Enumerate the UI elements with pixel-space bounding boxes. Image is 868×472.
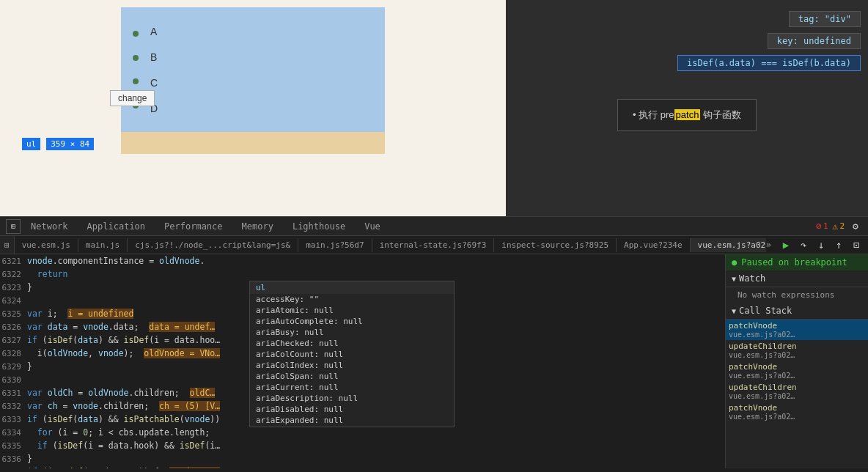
- source-tab-vueesm2[interactable]: vue.esm.js?a026 ×: [691, 238, 766, 252]
- paused-banner: ● Paused on breakpoint: [726, 254, 868, 270]
- settings-icon[interactable]: ⚙: [849, 220, 862, 233]
- tab-application[interactable]: Application: [78, 218, 154, 235]
- paused-label: Paused on breakpoint: [741, 257, 847, 268]
- line-6336: 6336 }: [0, 452, 725, 465]
- tab-lighthouse[interactable]: Lighthouse: [284, 218, 354, 235]
- debug-toolbar: ▶ ↷ ↓ ↑ ⊡: [774, 237, 868, 252]
- call-stack-header[interactable]: ▼ Call Stack: [726, 303, 868, 320]
- source-tab-inspect[interactable]: inspect-source.js?8925: [494, 238, 617, 252]
- tab-vue[interactable]: Vue: [356, 218, 389, 235]
- resume-icon[interactable]: ▶: [779, 237, 793, 252]
- autocomplete-item-6[interactable]: ariaColIndex: null: [250, 360, 454, 371]
- left-preview: A B C D ul 359 × 84 change: [0, 0, 506, 216]
- line-6322: 6322 return: [0, 268, 725, 281]
- tooltip-box: • 执行 prepatch 钩子函数: [617, 99, 757, 131]
- call-stack-fn-4: patchVnode: [729, 403, 865, 413]
- main-area: 6321 vnode.componentInstance = oldVnode.…: [0, 254, 868, 468]
- dot-2: [133, 55, 139, 61]
- source-tabs-bar: ⊞ vue.esm.js main.js cjs.js?!./node_...c…: [0, 236, 868, 254]
- key-badge: key: undefined: [768, 33, 861, 49]
- line-6335: 6335 if (isDef(i = data.hook) && isDef(i…: [0, 439, 725, 452]
- autocomplete-item-1[interactable]: ariaAtomic: null: [250, 305, 454, 316]
- call-stack-file-1: vue.esm.js?a02…: [729, 351, 865, 359]
- code-panel: 6321 vnode.componentInstance = oldVnode.…: [0, 254, 725, 468]
- autocomplete-item-10[interactable]: ariaDisabled: null: [250, 404, 454, 415]
- devtools-toolbar: ⊞ Network Application Performance Memory…: [0, 216, 868, 236]
- call-stack-item-2[interactable]: patchVnode vue.esm.js?a02…: [726, 361, 868, 381]
- tab-performance[interactable]: Performance: [155, 218, 231, 235]
- call-stack-fn-3: updateChildren: [729, 383, 865, 392]
- error-icon: ⊘: [816, 221, 822, 232]
- line-6334: 6334 for (i = 0; i < cbs.update.length;: [0, 426, 725, 439]
- call-stack-item-1[interactable]: updateChildren vue.esm.js?a02…: [726, 340, 868, 361]
- source-tab-main56[interactable]: main.js?56d7: [298, 238, 372, 252]
- tab-memory[interactable]: Memory: [233, 218, 282, 235]
- autocomplete-item-11[interactable]: ariaExpanded: null: [250, 415, 454, 426]
- letter-c: C: [150, 77, 158, 89]
- right-panel: tag: "div" key: undefined isDef(a.data) …: [506, 0, 868, 216]
- call-stack-fn-0: patchVnode: [729, 321, 865, 331]
- element-tag: ul: [22, 138, 40, 150]
- autocomplete-header: ul: [250, 281, 454, 294]
- preview-footer: [121, 132, 385, 154]
- letters-column: A B C D: [150, 7, 158, 132]
- preview-box: A B C D: [121, 7, 385, 154]
- change-button[interactable]: change: [110, 90, 155, 106]
- autocomplete-item-4[interactable]: ariaChecked: null: [250, 338, 454, 349]
- prepatch-highlight: patch: [674, 109, 701, 120]
- error-count: 1: [823, 221, 828, 231]
- watch-header[interactable]: ▼ Watch: [726, 270, 868, 287]
- autocomplete-item-12[interactable]: ariaHasPopup: null: [250, 426, 454, 427]
- tooltip-pre: • 执行 pre: [633, 109, 674, 120]
- call-stack-fn-1: updateChildren: [729, 342, 865, 351]
- step-out-icon[interactable]: ↑: [831, 237, 846, 252]
- preview-area: A B C D ul 359 × 84 change tag: "div" ke…: [0, 0, 868, 216]
- call-stack-fn-2: patchVnode: [729, 362, 865, 372]
- code-lines: 6321 vnode.componentInstance = oldVnode.…: [0, 254, 725, 468]
- autocomplete-item-0[interactable]: accessKey: "": [250, 294, 454, 305]
- tooltip-post: 钩子函数: [700, 109, 741, 120]
- source-tab-cjs[interactable]: cjs.js?!./node_...cript&lang=js&: [128, 238, 298, 252]
- breadcrumb-icon[interactable]: ⊞: [6, 219, 21, 234]
- letter-b: B: [150, 51, 158, 63]
- autocomplete-item-9[interactable]: ariaDescription: null: [250, 393, 454, 404]
- call-stack-item-4[interactable]: patchVnode vue.esm.js?a02…: [726, 402, 868, 422]
- element-size: 359 × 84: [46, 138, 94, 150]
- line-6337: 6337 if (isUndef(vnode.text)) { vnode = …: [0, 465, 725, 468]
- source-tab-internal[interactable]: internal-state.js?69f3: [372, 238, 495, 252]
- autocomplete-item-3[interactable]: ariaBusy: null: [250, 327, 454, 338]
- source-tab-main[interactable]: main.js: [78, 238, 128, 252]
- call-stack-label: Call Stack: [739, 306, 792, 316]
- sidebar-toggle[interactable]: ⊞: [0, 236, 15, 254]
- letter-a: A: [150, 26, 158, 37]
- dot-3: [133, 78, 139, 84]
- source-tab-app[interactable]: App.vue?234e: [617, 238, 690, 252]
- autocomplete-item-5[interactable]: ariaColCount: null: [250, 349, 454, 360]
- line-6321: 6321 vnode.componentInstance = oldVnode.: [0, 254, 725, 268]
- call-stack-item-0[interactable]: patchVnode vue.esm.js?a02…: [726, 320, 868, 340]
- code-badge: isDef(a.data) === isDef(b.data): [677, 55, 861, 71]
- source-tab-vueesm[interactable]: vue.esm.js: [15, 238, 78, 252]
- no-watch-label: No watch expressions: [738, 290, 834, 300]
- deactivate-breakpoints-icon[interactable]: ⊡: [849, 237, 864, 252]
- call-stack-file-2: vue.esm.js?a02…: [729, 372, 865, 380]
- paused-dot: ●: [732, 257, 737, 268]
- tab-network[interactable]: Network: [22, 218, 77, 235]
- more-tabs-btn[interactable]: »: [766, 240, 771, 250]
- tag-badge: tag: "div": [789, 11, 861, 27]
- toolbar-right: ⊘ 1 ⚠ 2 ⚙: [816, 220, 862, 233]
- call-stack-file-4: vue.esm.js?a02…: [729, 413, 865, 421]
- call-stack-file-0: vue.esm.js?a02…: [729, 331, 865, 339]
- autocomplete-item-7[interactable]: ariaColSpan: null: [250, 371, 454, 382]
- watch-label: Watch: [739, 273, 765, 284]
- autocomplete-dropdown[interactable]: ul accessKey: "" ariaAtomic: null ariaAu…: [249, 281, 455, 427]
- right-side-panel: ● Paused on breakpoint ▼ Watch No watch …: [725, 254, 868, 468]
- step-over-icon[interactable]: ↷: [796, 237, 811, 252]
- warn-count: 2: [839, 221, 845, 231]
- call-stack-item-3[interactable]: updateChildren vue.esm.js?a02…: [726, 381, 868, 402]
- autocomplete-item-8[interactable]: ariaCurrent: null: [250, 382, 454, 393]
- step-into-icon[interactable]: ↓: [814, 237, 828, 252]
- dots-column: [121, 7, 150, 132]
- autocomplete-item-2[interactable]: ariaAutoComplete: null: [250, 316, 454, 327]
- warning-icon: ⚠: [833, 221, 839, 232]
